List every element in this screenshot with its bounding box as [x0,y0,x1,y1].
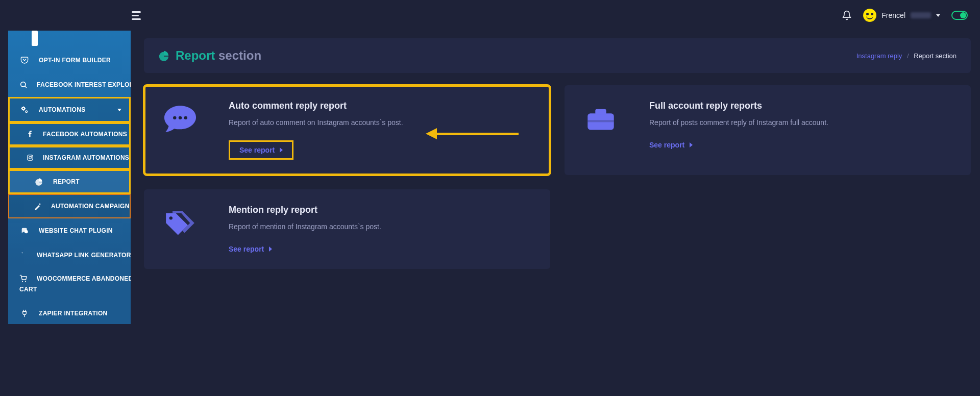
page-title: Report section [176,48,261,63]
sidebar-item-zapier[interactable]: ZAPIER INTEGRATION [8,301,131,324]
see-report-button[interactable]: See report [229,245,272,253]
user-menu[interactable]: Frencel [863,9,940,22]
see-report-button[interactable]: See report [649,141,693,149]
see-report-label: See report [229,245,264,253]
card-auto-comment-reply: Auto comment reply report Report of auto… [144,85,550,175]
menu-toggle-icon[interactable] [132,9,144,21]
sidebar-item-ig-automations[interactable]: INSTAGRAM AUTOMATIONS [8,146,131,169]
sidebar-item-fb-interest[interactable]: FACEBOOK INTEREST EXPLORER [8,72,131,97]
sidebar-item-label: REPORT [53,178,121,185]
card-title: Auto comment reply report [229,101,536,111]
svg-point-12 [184,116,187,119]
card-description: Report of posts comment reply of Instagr… [649,117,957,128]
page-header: Report section Instagram reply / Report … [144,38,971,73]
sidebar-item-optin[interactable]: OPT-IN FORM BUILDER [8,48,131,72]
magic-icon [19,251,28,259]
svg-point-9 [25,281,26,282]
cart-icon [19,275,28,283]
chat-icon [19,227,30,235]
sidebar-item-label: AUTOMATIONS [39,106,108,113]
sidebar: OPT-IN FORM BUILDER FACEBOOK INTEREST EX… [8,31,131,324]
chevron-down-icon [117,109,121,111]
card-description: Report of auto comment on Instagram acco… [229,117,536,128]
sidebar-item-report[interactable]: REPORT [8,169,131,194]
sidebar-item-chat-plugin[interactable]: WEBSITE CHAT PLUGIN [8,218,131,243]
sidebar-item-label: ZAPIER INTEGRATION [39,310,121,317]
pie-chart-icon [158,50,169,61]
chevron-down-icon [936,14,940,17]
sidebar-item-automation-campaign[interactable]: AUTOMATION CAMPAIGN [8,194,131,218]
svg-point-11 [179,116,182,119]
search-icon [19,81,28,89]
sidebar-scrollbar[interactable] [32,31,38,46]
comment-icon [162,101,211,160]
see-report-button[interactable]: See report [229,140,293,160]
breadcrumb: Instagram reply / Report section [856,52,957,60]
card-title: Mention reply report [229,205,536,215]
chevron-right-icon [690,142,693,147]
see-report-label: See report [649,141,684,149]
svg-point-0 [21,82,26,87]
svg-point-16 [169,216,173,219]
card-full-account-reply: Full account reply reports Report of pos… [565,85,971,175]
sidebar-item-automations[interactable]: AUTOMATIONS [8,97,131,122]
topbar-right: Frencel [842,9,968,22]
sidebar-item-fb-automations[interactable]: FACEBOOK AUTOMATIONS [8,122,131,146]
card-mention-reply: Mention reply report Report of mention o… [144,189,550,269]
svg-point-8 [22,281,23,282]
magic-wand-icon [34,202,42,210]
svg-point-10 [173,116,176,119]
facebook-icon [27,131,34,138]
svg-point-7 [24,230,28,234]
sidebar-item-label: FACEBOOK AUTOMATIONS [43,131,127,138]
breadcrumb-link[interactable]: Instagram reply [856,52,902,60]
svg-rect-14 [595,109,606,115]
sidebar-item-label: WEBSITE CHAT PLUGIN [39,227,121,234]
svg-point-6 [32,156,32,156]
annotation-arrow [426,128,519,139]
sidebar-item-label: CART [19,286,121,293]
theme-toggle[interactable] [951,11,968,20]
sidebar-item-whatsapp-link[interactable]: WHATSAPP LINK GENERATOR [8,243,131,267]
pie-chart-icon [34,178,44,186]
svg-line-1 [25,86,27,88]
pocket-icon [19,56,30,64]
svg-point-3 [26,111,27,112]
see-report-label: See report [239,146,275,154]
sidebar-item-label: WHATSAPP LINK GENERATOR [37,252,131,259]
sidebar-item-label: AUTOMATION CAMPAIGN [51,203,130,210]
plug-icon [19,309,30,317]
sidebar-item-label: WOOCOMMERCE ABANDONED [37,275,131,282]
svg-rect-15 [587,120,614,122]
sidebar-item-label: FACEBOOK INTEREST EXPLORER [37,81,131,88]
user-name: Frencel [881,11,905,19]
sidebar-item-label: INSTAGRAM AUTOMATIONS [43,154,129,161]
instagram-icon [27,154,34,161]
breadcrumb-separator: / [904,52,912,60]
card-title: Full account reply reports [649,101,957,111]
bell-icon[interactable] [842,10,852,20]
main-content: Report section Instagram reply / Report … [144,38,971,396]
chevron-right-icon [269,246,272,252]
gears-icon [19,105,30,114]
card-description: Report of mention of Instagram accounts`… [229,221,536,232]
user-blur [911,12,931,18]
sidebar-item-label: OPT-IN FORM BUILDER [39,57,121,64]
svg-point-5 [29,157,32,159]
topbar: Frencel [0,0,980,31]
chevron-right-icon [280,147,283,153]
breadcrumb-current: Report section [914,52,957,60]
sidebar-item-woocommerce-cart[interactable]: WOOCOMMERCE ABANDONED CART [8,267,131,301]
briefcase-icon [583,101,632,160]
avatar [863,9,876,22]
tags-icon [162,205,211,254]
